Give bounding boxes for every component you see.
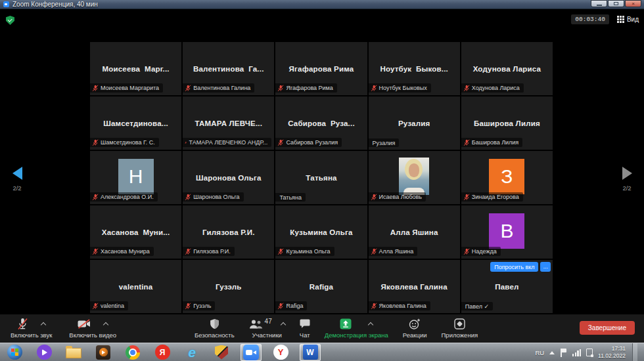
participant-label: Гилязова Р.И. [183,247,235,256]
participant-tile[interactable]: valentinavalentina [90,260,181,313]
muted-mic-icon [463,194,470,201]
participant-tile[interactable]: Яковлева ГалинаЯковлева Галина [369,260,460,313]
participant-tile[interactable]: Шаронова ОльгаШаронова Ольга [183,151,274,204]
more-options-button[interactable]: ... [540,262,551,272]
taskbar-icon-word[interactable]: W [300,344,321,361]
participant-label: Шаронова Ольга [183,192,243,202]
taskbar-icon-zoom[interactable] [241,344,262,361]
participant-name: Ягафарова Рима [289,65,354,73]
taskbar-icon-game-center[interactable] [211,344,232,361]
participant-label: Зинаида Егорова [461,192,523,202]
participant-label: Александрова О.И. [90,192,158,202]
chat-icon [300,319,310,329]
participant-tile[interactable]: Валентинова Га...Валентинова Галина [183,42,274,95]
participant-tile[interactable]: ТатьянаТатьяна [275,151,367,204]
taskbar-icon-internet-explorer[interactable]: e [181,344,202,361]
view-button[interactable]: Вид [617,16,639,23]
device-icon[interactable] [586,349,593,356]
share-screen-button[interactable]: Демонстрация экрана [325,314,388,339]
taskbar-icon-media-player[interactable] [93,344,114,361]
participant-label: Rafiga [275,301,307,310]
restore-button[interactable] [608,0,624,7]
muted-mic-icon [277,248,284,255]
unmute-label: Включить звук [11,331,52,339]
participant-tile[interactable]: Сабирова Руза...Сабирова Рузалия [275,96,367,150]
participant-name: Рузалия [398,119,430,127]
participant-tile[interactable]: ПавелПопросить вкл...Павел ✓ [461,260,553,313]
ask-to-unmute-button[interactable]: Попросить вкл [490,262,538,272]
participant-label: valentina [90,301,128,310]
participants-count: 47 [265,318,272,325]
security-button[interactable]: Безопасность [195,314,235,339]
clock-date: 11.02.2022 [598,352,626,360]
participant-tile[interactable]: Алла ЯшинаАлла Яшина [369,205,460,259]
participant-tile[interactable]: ГузэльГузэль [183,260,274,313]
muted-mic-icon [92,248,99,255]
participant-tile[interactable]: ЗЗинаида Егорова [461,151,553,204]
security-label: Безопасность [195,331,235,339]
word-icon: W [303,345,318,360]
participant-tile[interactable]: ТАМАРА ЛЕВЧЕ...ТАМАРА ЛЕВЧЕНКО АНДР... [183,96,274,150]
participant-tile[interactable]: Ноутбук Быков...Ноутбук Быковых [369,42,460,95]
taskbar-icon-alisa[interactable] [34,344,55,361]
show-desktop-button[interactable] [632,343,637,361]
taskbar-icon-yandex-search[interactable]: Y [270,344,291,361]
taskbar-icon-start[interactable] [4,344,25,361]
participant-label: Ходунова Лариса [461,83,524,93]
muted-mic-icon [92,139,99,146]
participant-label: Надежда [461,247,501,256]
participant-label: Ягафарова Рима [275,83,336,93]
participant-tile[interactable]: Исаева Любовь [369,151,460,204]
media-player-icon [96,345,110,360]
unmute-button[interactable]: Включить звук [11,314,52,339]
end-meeting-button[interactable]: Завершение [580,321,635,335]
tray-chevron-icon[interactable] [549,351,555,354]
participant-tile[interactable]: Шамсетдинова...Шамсетдинова Г. С. [90,96,181,150]
windows-taskbar: ЯeYW RU 17:31 11.02.2022 [0,343,644,361]
reactions-button[interactable]: Реакции [403,314,427,339]
participant-tile[interactable]: ВНадежда [461,205,553,259]
network-signal-icon[interactable] [572,349,581,356]
chat-label: Чат [300,331,310,339]
participant-name: ТАМАРА ЛЕВЧЕ... [195,119,262,127]
language-indicator[interactable]: RU [535,349,544,356]
taskbar-clock[interactable]: 17:31 11.02.2022 [598,345,626,360]
participant-name: Шамсетдинова... [103,119,168,127]
minimize-button[interactable] [591,0,607,7]
participant-tile[interactable]: Баширова ЛилияБаширова Лилия [461,96,553,150]
participant-tile[interactable]: НАлександрова О.И. [90,151,181,204]
video-options-chevron-icon[interactable] [103,322,108,327]
window-titlebar[interactable]: Zoom Конференция, 40 мин × [0,0,644,9]
participant-tile[interactable]: Ходунова ЛарисаХодунова Лариса [461,42,553,95]
participant-label: Исаева Любовь [369,192,426,202]
participant-tile[interactable]: Ягафарова РимаЯгафарова Рима [275,42,367,95]
encryption-shield-icon[interactable] [6,16,14,25]
taskbar-icon-explorer[interactable] [63,344,84,361]
close-button[interactable]: × [625,0,641,7]
participant-tile[interactable]: Гилязова Р.И.Гилязова Р.И. [183,205,274,259]
clock-time: 17:31 [598,345,626,352]
share-options-chevron-icon[interactable] [368,322,373,327]
prev-page-arrow[interactable] [12,167,22,180]
taskbar-icon-chrome[interactable] [122,344,143,361]
participants-button[interactable]: 47 Участники [249,314,285,339]
participant-tile[interactable]: РузалияРузалия [369,96,460,150]
apps-button[interactable]: Приложения [442,314,478,339]
next-page-arrow[interactable] [622,167,632,180]
muted-mic-icon [371,194,377,201]
participant-tile[interactable]: Хасанова Муни...Хасанова Мунира [90,205,181,259]
chat-button[interactable]: Чат [300,314,310,339]
taskbar-icon-yandex-browser[interactable]: Я [152,344,173,361]
muted-mic-icon [185,248,191,255]
muted-mic-icon [92,194,99,201]
participant-tile[interactable]: Моисеева Марг...Моисеева Маргарита [90,42,181,95]
audio-options-chevron-icon[interactable] [41,322,46,327]
start-video-button[interactable]: Включить видео [69,314,116,339]
participants-chevron-icon[interactable] [280,322,285,327]
action-center-flag-icon[interactable] [560,349,567,357]
participant-tile[interactable]: Кузьмина ОльгаКузьмина Ольга [275,205,367,259]
participant-tile[interactable]: RafigaRafiga [275,260,367,313]
participant-name: Хасанова Муни... [102,228,170,236]
participant-name: Алла Яшина [390,228,438,236]
muted-mic-icon [277,139,284,146]
